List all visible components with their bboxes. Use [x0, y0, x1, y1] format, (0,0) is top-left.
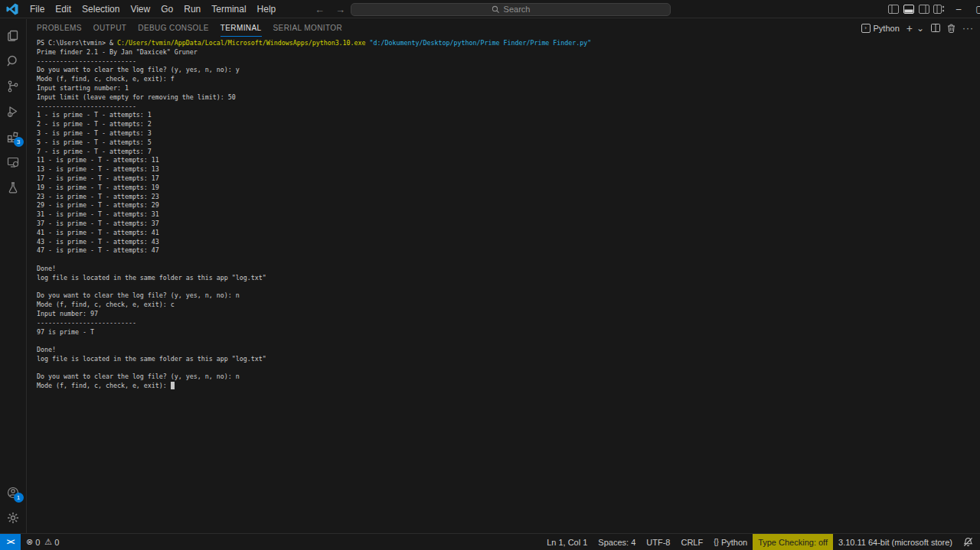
menu-help[interactable]: Help	[252, 4, 282, 15]
titlebar-right: – ▢	[887, 0, 980, 18]
sidebar-item-source-control[interactable]	[0, 73, 27, 99]
menubar: FileEditSelectionViewGoRunTerminalHelp	[24, 4, 281, 15]
menu-selection[interactable]: Selection	[77, 4, 125, 15]
terminal-line: --------------------------	[37, 319, 980, 328]
vscode-window: FileEditSelectionViewGoRunTerminalHelp ←…	[0, 0, 980, 550]
terminal-line: Input starting number: 1	[37, 84, 980, 93]
sidebar-item-run-and-debug[interactable]	[0, 99, 27, 124]
minimize-button[interactable]: –	[948, 0, 969, 18]
errors-count: 0	[35, 538, 40, 547]
terminal-line: 17 - is prime - T - attempts: 17	[37, 174, 980, 184]
menu-run[interactable]: Run	[178, 4, 206, 15]
status-indentation[interactable]: Spaces: 4	[593, 538, 641, 547]
menu-terminal[interactable]: Terminal	[206, 4, 251, 15]
terminal-line: 97 is prime - T	[37, 328, 980, 337]
terminal-line: 19 - is prime - T - attempts: 19	[37, 184, 980, 193]
terminal-line: 37 - is prime - T - attempts: 37	[37, 220, 980, 229]
panel-tab-problems[interactable]: PROBLEMS	[37, 19, 82, 37]
extensions-badge: 3	[14, 137, 24, 147]
terminal-instance[interactable]: › Python	[861, 24, 900, 33]
kill-terminal-icon[interactable]	[947, 24, 956, 33]
search-icon	[492, 5, 500, 14]
sidebar-item-remote-explorer[interactable]	[0, 149, 27, 174]
activity-bar: 3 1	[0, 19, 27, 533]
status-right-basic: Ln 1, Col 1Spaces: 4UTF-8CRLF	[541, 534, 708, 550]
menu-go[interactable]: Go	[155, 4, 178, 15]
panel-tab-debug-console[interactable]: DEBUG CONSOLE	[138, 19, 208, 37]
terminal-line	[37, 255, 980, 265]
accounts-button[interactable]: 1	[0, 480, 27, 505]
title-bar: FileEditSelectionViewGoRunTerminalHelp ←…	[0, 0, 980, 18]
terminal-line: Mode (f, find, c, check, e, exit):	[37, 382, 980, 391]
notifications-bell-icon[interactable]	[958, 537, 980, 547]
panel-tab-output[interactable]: OUTPUT	[93, 19, 127, 37]
sidebar-item-search[interactable]	[0, 48, 27, 73]
panel-header: PROBLEMSOUTPUTDEBUG CONSOLETERMINALSERIA…	[27, 19, 980, 37]
toggle-sidebar-icon[interactable]	[887, 0, 900, 18]
panel-tab-serial-monitor[interactable]: SERIAL MONITOR	[273, 19, 343, 37]
terminal-line: --------------------------	[37, 57, 980, 67]
split-terminal-icon[interactable]	[931, 24, 940, 32]
remote-indicator[interactable]: ><	[0, 534, 21, 550]
terminal-line: 41 - is prime - T - attempts: 41	[37, 229, 980, 238]
maximize-button[interactable]: ▢	[969, 0, 980, 18]
settings-button[interactable]	[0, 505, 27, 530]
terminal-output[interactable]: PS C:\Users\tvmin> & C:/Users/tvmin/AppD…	[27, 37, 980, 533]
panel-more-actions-icon[interactable]: ···	[962, 24, 974, 33]
type-checking-status[interactable]: Type Checking: off	[753, 534, 833, 550]
search-input[interactable]: Search	[351, 3, 671, 16]
sidebar-item-explorer[interactable]	[0, 23, 27, 48]
language-label: Python	[721, 538, 747, 547]
problems-status[interactable]: ⊗ 0 ⚠ 0	[21, 537, 64, 547]
terminal-line: PS C:\Users\tvmin> & C:/Users/tvmin/AppD…	[37, 39, 980, 48]
terminal-line: Do you want to clear the log file? (y, y…	[37, 66, 980, 75]
terminal-line: Do you want to clear the log file? (y, y…	[37, 373, 980, 382]
back-arrow-icon[interactable]: ←	[309, 4, 330, 15]
menu-edit[interactable]: Edit	[50, 4, 77, 15]
terminal-line: 31 - is prime - T - attempts: 31	[37, 210, 980, 220]
python-interpreter[interactable]: 3.10.11 64-bit (microsoft store)	[833, 538, 958, 547]
toggle-panel-icon[interactable]	[902, 0, 915, 18]
forward-arrow-icon[interactable]: →	[330, 4, 351, 15]
terminal-line: Do you want to clear the log file? (y, y…	[37, 291, 980, 301]
sidebar-item-testing[interactable]	[0, 174, 27, 200]
terminal-line	[37, 364, 980, 373]
terminal-line	[37, 337, 980, 346]
terminal-line: 23 - is prime - T - attempts: 23	[37, 193, 980, 202]
status-encoding[interactable]: UTF-8	[641, 538, 675, 547]
search-placeholder: Search	[504, 5, 531, 14]
toggle-secondary-sidebar-icon[interactable]	[917, 0, 930, 18]
terminal-line: 11 - is prime - T - attempts: 11	[37, 156, 980, 165]
vscode-logo-icon	[6, 3, 18, 15]
panel-tabs: PROBLEMSOUTPUTDEBUG CONSOLETERMINALSERIA…	[37, 19, 354, 37]
terminal-line: Input number: 97	[37, 310, 980, 319]
menu-view[interactable]: View	[125, 4, 155, 15]
errors-icon: ⊗	[26, 537, 33, 547]
terminal-line: log file is located in the same folder a…	[37, 274, 980, 283]
search-view-icon	[5, 54, 21, 69]
panel-tab-terminal[interactable]: TERMINAL	[220, 19, 262, 37]
terminal-line: 2 - is prime - T - attempts: 2	[37, 120, 980, 129]
terminal-line: Prime finder 2.1 - By Jan "Daxicek" Grun…	[37, 48, 980, 57]
run-debug-icon	[5, 104, 21, 119]
panel-actions: › Python + ⌄ ···	[861, 19, 975, 37]
terminal-line: 7 - is prime - T - attempts: 7	[37, 148, 980, 157]
terminal-dropdown-chevron-icon[interactable]: ⌄	[916, 24, 924, 33]
terminal-line: 47 - is prime - T - attempts: 47	[37, 246, 980, 255]
terminal-line: log file is located in the same folder a…	[37, 355, 980, 364]
status-bar-right: Ln 1, Col 1Spaces: 4UTF-8CRLF {} Python …	[541, 534, 980, 550]
warnings-icon: ⚠	[44, 537, 52, 547]
terminal-line: 3 - is prime - T - attempts: 3	[37, 129, 980, 138]
terminal-line: 13 - is prime - T - attempts: 13	[37, 165, 980, 174]
menu-file[interactable]: File	[24, 4, 50, 15]
sidebar-item-extensions[interactable]: 3	[0, 124, 27, 149]
language-mode[interactable]: {} Python	[708, 538, 753, 547]
main-area: 3 1 PROBLEMSOUTPUTDEBUG CONSOLETERMINALS…	[0, 19, 980, 533]
customize-layout-icon[interactable]	[933, 0, 946, 18]
terminal-line: Mode (f, find, c, check, e, exit): f	[37, 75, 980, 84]
status-cursor-position[interactable]: Ln 1, Col 1	[541, 538, 593, 547]
terminal-line: Done!	[37, 265, 980, 274]
new-terminal-button[interactable]: +	[906, 23, 913, 34]
braces-icon: {}	[714, 538, 719, 546]
status-eol[interactable]: CRLF	[675, 538, 708, 547]
